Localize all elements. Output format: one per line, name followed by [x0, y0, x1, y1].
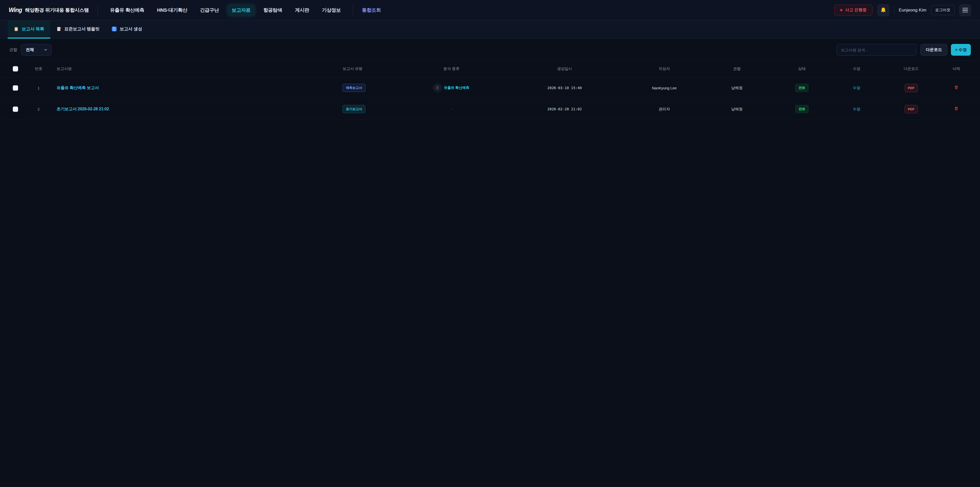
report-name-link[interactable]: 초기보고서 2026-02-28 21:02 — [57, 107, 109, 111]
created-at: 2026-03-10 15:40 — [494, 77, 635, 99]
select-all-checkbox[interactable] — [13, 66, 18, 72]
column-header-delete: 삭제 — [932, 61, 980, 77]
analysis-type: 유출유 확산예측 — [434, 84, 469, 92]
header-divider — [97, 5, 98, 16]
column-header-download: 다운로드 — [890, 61, 932, 77]
author: NanKyung Lee — [635, 77, 693, 99]
incident-dot-icon — [840, 9, 842, 11]
table-row: 2 초기보고서 2026-02-28 21:02 초기보고서 - 2026-02… — [0, 99, 980, 120]
column-header-analysis-type: 분석 종류 — [409, 61, 494, 77]
column-header-status: 상태 — [781, 61, 823, 77]
logout-button[interactable]: 로그아웃 — [931, 5, 955, 15]
report-name-link[interactable]: 유출유 확산예측 보고서 — [57, 86, 99, 90]
report-type-badge: 예측보고서 — [342, 84, 366, 92]
jurisdiction-select[interactable]: 전체 — [21, 44, 52, 56]
incident-badge-label: 사고 진행중 — [845, 7, 866, 13]
hamburger-icon — [963, 8, 968, 13]
pdf-download-button[interactable]: PDF — [905, 105, 918, 113]
delete-button[interactable] — [954, 85, 959, 89]
status-badge: 완료 — [795, 84, 808, 92]
nav-item-hns-air-diffusion[interactable]: HNS·대기확산 — [152, 4, 192, 16]
column-header-report-name: 보고서명 — [57, 61, 332, 77]
oil-drum-icon — [434, 84, 441, 92]
tab-report-list[interactable]: 보고서 목록 — [8, 21, 50, 38]
analysis-type-empty: - — [451, 107, 452, 111]
tab-label: 표준보고서 템플릿 — [64, 26, 100, 32]
column-header-created-at: 생성일시 — [494, 61, 635, 77]
nav-item-integrated-search[interactable]: 통합조회 — [353, 4, 385, 16]
report-search-input[interactable] — [837, 44, 917, 56]
nav-item-board[interactable]: 게시판 — [290, 4, 314, 16]
row-edit-link[interactable]: 수정 — [853, 86, 860, 90]
wing-logo: Wing — [9, 6, 22, 14]
jurisdiction: 남해청 — [693, 77, 781, 99]
tab-generate-report[interactable]: 보고서 생성 — [106, 21, 148, 38]
bell-icon — [880, 7, 886, 14]
menu-button[interactable] — [959, 4, 971, 16]
table-header-row: 번호 보고서명 보고서 유형 분석 종류 생성일시 작성자 관할 상태 수정 다… — [0, 61, 980, 77]
column-header-edit: 수정 — [823, 61, 890, 77]
status-badge: 완료 — [795, 105, 808, 113]
author: 관리자 — [635, 99, 693, 120]
header-right: 사고 진행중 Eunjeong Kim 로그아웃 — [834, 4, 971, 16]
nav-item-emergency-rescue[interactable]: 긴급구난 — [196, 4, 224, 16]
chevron-down-icon — [44, 48, 48, 52]
column-header-jurisdiction: 관할 — [693, 61, 781, 77]
notifications-button[interactable] — [877, 4, 889, 16]
column-header-no: 번호 — [21, 61, 57, 77]
app-logo[interactable]: Wing 해양환경 위기대응 통합시스템 — [9, 6, 89, 14]
user-name: Eunjeong Kim — [899, 8, 926, 13]
report-table: 번호 보고서명 보고서 유형 분석 종류 생성일시 작성자 관할 상태 수정 다… — [0, 60, 980, 120]
pdf-download-button[interactable]: PDF — [905, 84, 918, 92]
report-type-badge: 초기보고서 — [342, 105, 366, 113]
row-edit-link[interactable]: 수정 — [853, 107, 860, 111]
row-number: 2 — [21, 99, 57, 120]
column-header-author: 작성자 — [635, 61, 693, 77]
header-divider — [894, 6, 894, 15]
delete-button[interactable] — [954, 106, 959, 111]
trash-icon — [954, 85, 959, 89]
clipboard-icon — [14, 27, 19, 31]
main-nav: 유출유 확산예측 HNS·대기확산 긴급구난 보고자료 항공탐색 게시판 기상정… — [105, 4, 385, 16]
trash-icon — [954, 106, 959, 111]
nav-item-weather-info[interactable]: 기상정보 — [317, 4, 345, 16]
jurisdiction-filter-label: 관할 — [9, 47, 18, 53]
tab-label: 보고서 목록 — [22, 26, 44, 32]
jurisdiction-selected-value: 전체 — [26, 47, 34, 53]
memo-pencil-icon — [56, 27, 61, 31]
nav-item-reports[interactable]: 보고자료 — [227, 4, 255, 16]
app-title: 해양환경 위기대응 통합시스템 — [25, 7, 89, 14]
nav-item-aerial-search[interactable]: 항공탐색 — [259, 4, 287, 16]
created-at: 2026-02-28 21:02 — [494, 99, 635, 120]
table-row: 1 유출유 확산예측 보고서 예측보고서 유출유 확산예측 20 — [0, 77, 980, 99]
nav-item-oil-spill-prediction[interactable]: 유출유 확산예측 — [105, 4, 149, 16]
column-header-report-type: 보고서 유형 — [332, 61, 409, 77]
incident-in-progress-badge[interactable]: 사고 진행중 — [834, 5, 872, 16]
row-checkbox[interactable] — [13, 107, 18, 112]
row-number: 1 — [21, 77, 57, 99]
report-toolbar: 관할 전체 다운로드 + 수정 — [0, 39, 980, 60]
app-header: Wing 해양환경 위기대응 통합시스템 유출유 확산예측 HNS·대기확산 긴… — [0, 0, 980, 21]
download-button[interactable]: 다운로드 — [920, 44, 947, 56]
edit-button[interactable]: + 수정 — [951, 44, 971, 56]
row-checkbox[interactable] — [13, 85, 18, 91]
jurisdiction: 남해청 — [693, 99, 781, 120]
report-tab-bar: 보고서 목록 표준보고서 템플릿 보고서 생성 — [0, 21, 980, 39]
tab-label: 보고서 생성 — [120, 26, 142, 32]
analysis-type-label: 유출유 확산예측 — [444, 86, 469, 90]
tab-standard-report-template[interactable]: 표준보고서 템플릿 — [50, 21, 106, 38]
refresh-icon — [112, 27, 117, 31]
